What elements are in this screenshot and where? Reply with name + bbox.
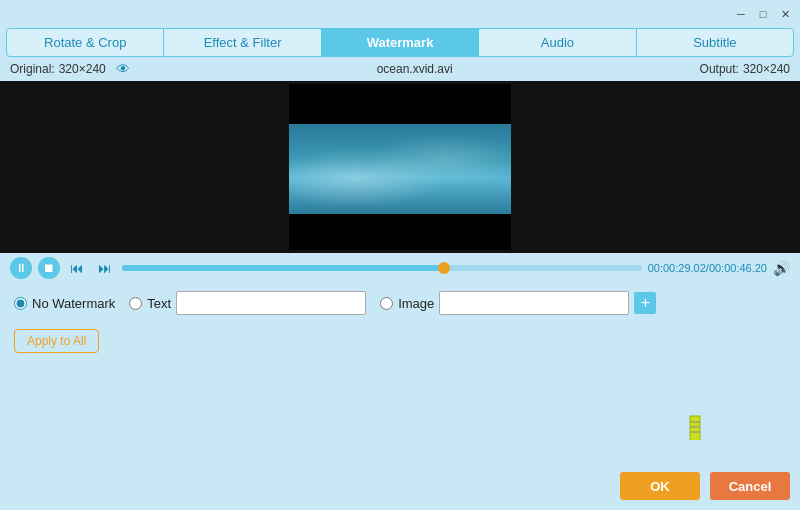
image-watermark-input[interactable] — [439, 291, 629, 315]
image-watermark-radio[interactable] — [380, 297, 393, 310]
controls-bar: ⏸ ⏹ ⏮ ⏭ 00:00:29.02/00:00:46.20 🔊 — [0, 253, 800, 283]
cancel-button[interactable]: Cancel — [710, 472, 790, 500]
tab-rotate-crop[interactable]: Rotate & Crop — [7, 29, 164, 56]
output-size: 320×240 — [743, 62, 790, 76]
progress-thumb[interactable] — [438, 262, 450, 274]
text-watermark-label[interactable]: Text — [147, 296, 171, 311]
title-bar: ─ □ ✕ — [0, 0, 800, 28]
prev-button[interactable]: ⏮ — [66, 257, 88, 279]
apply-section: Apply to All — [0, 323, 800, 359]
pause-button[interactable]: ⏸ — [10, 257, 32, 279]
bottom-area: OK Cancel — [0, 440, 800, 510]
text-watermark-radio[interactable] — [129, 297, 142, 310]
tab-watermark[interactable]: Watermark — [322, 29, 479, 56]
text-watermark-input[interactable] — [176, 291, 366, 315]
volume-icon[interactable]: 🔊 — [773, 260, 790, 276]
no-watermark-group: No Watermark — [14, 296, 115, 311]
video-top-black — [289, 84, 511, 124]
original-label: Original: — [10, 62, 55, 76]
text-watermark-group: Text — [129, 291, 366, 315]
maximize-button[interactable]: □ — [756, 7, 770, 21]
no-watermark-radio[interactable] — [14, 297, 27, 310]
image-watermark-label[interactable]: Image — [398, 296, 434, 311]
next-button[interactable]: ⏭ — [94, 257, 116, 279]
tab-effect-filter[interactable]: Effect & Filter — [164, 29, 321, 56]
preview-icon[interactable]: 👁 — [116, 61, 130, 77]
ok-button[interactable]: OK — [620, 472, 700, 500]
video-area — [0, 81, 800, 253]
time-display: 00:00:29.02/00:00:46.20 — [648, 262, 767, 274]
progress-fill — [122, 265, 444, 271]
tab-subtitle[interactable]: Subtitle — [637, 29, 793, 56]
tab-audio[interactable]: Audio — [479, 29, 636, 56]
original-size: 320×240 — [59, 62, 106, 76]
apply-to-all-button[interactable]: Apply to All — [14, 329, 99, 353]
image-watermark-group: Image + — [380, 291, 656, 315]
minimize-button[interactable]: ─ — [734, 7, 748, 21]
watermark-section: No Watermark Text Image + — [0, 283, 800, 323]
video-thumbnail — [289, 84, 511, 250]
video-bottom-black — [289, 214, 511, 250]
close-button[interactable]: ✕ — [778, 7, 792, 21]
progress-bar[interactable] — [122, 265, 642, 271]
add-image-button[interactable]: + — [634, 292, 656, 314]
video-frame — [289, 124, 511, 214]
stop-button[interactable]: ⏹ — [38, 257, 60, 279]
no-watermark-label[interactable]: No Watermark — [32, 296, 115, 311]
output-label: Output: — [700, 62, 739, 76]
filename: ocean.xvid.avi — [377, 62, 453, 76]
tab-bar: Rotate & Crop Effect & Filter Watermark … — [6, 28, 794, 57]
info-bar: Original: 320×240 👁 ocean.xvid.avi Outpu… — [0, 57, 800, 81]
